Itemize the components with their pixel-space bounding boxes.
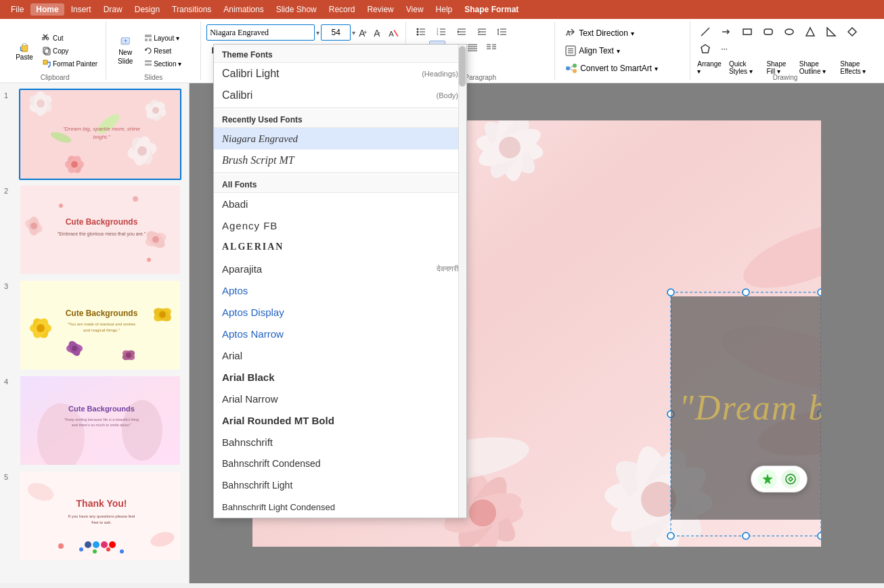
dropdown-scrollbar[interactable] bbox=[458, 45, 466, 518]
paste-button[interactable]: Paste bbox=[9, 32, 39, 70]
menu-record[interactable]: Record bbox=[324, 3, 361, 16]
menu-animations[interactable]: Animations bbox=[218, 3, 269, 16]
font-item-arial-rounded[interactable]: Arial Rounded MT Bold bbox=[214, 409, 466, 431]
font-item-arial-black[interactable]: Arial Black bbox=[214, 366, 466, 388]
convert-smartart-button[interactable]: Convert to SmartArt ▾ bbox=[560, 61, 663, 76]
new-slide-button[interactable]: New Slide bbox=[112, 32, 139, 70]
increase-font-button[interactable]: A+ bbox=[357, 26, 370, 39]
font-item-agency-fb[interactable]: Agency FB bbox=[214, 214, 466, 236]
shape-diamond[interactable] bbox=[843, 24, 862, 39]
decrease-font-button[interactable]: A- bbox=[372, 26, 385, 39]
columns-button[interactable] bbox=[482, 41, 501, 55]
font-item-brush-script[interactable]: Brush Script MT bbox=[214, 150, 466, 171]
svg-point-112 bbox=[152, 236, 159, 243]
copy-button[interactable]: Copy bbox=[39, 45, 100, 57]
slide-number-2: 2 bbox=[4, 184, 15, 195]
shape-arrow[interactable] bbox=[717, 24, 736, 39]
scrollbar-thumb[interactable] bbox=[459, 46, 466, 87]
slide-item-4[interactable]: 4 Cute Backgrounds bbox=[4, 375, 185, 466]
svg-line-74 bbox=[570, 66, 573, 68]
layout-button[interactable]: Layout ▾ bbox=[141, 32, 184, 44]
all-fonts-label: All Fonts bbox=[214, 175, 466, 193]
slide-thumb-4[interactable]: Cute Backgrounds "Keep smiling because l… bbox=[19, 375, 181, 466]
numbering-button[interactable]: 1.2.3. bbox=[432, 24, 451, 39]
font-name-caret[interactable]: ▾ bbox=[316, 29, 319, 37]
cut-button[interactable]: Cut bbox=[39, 32, 100, 44]
svg-rect-79 bbox=[764, 29, 772, 35]
layout-tool-button[interactable] bbox=[781, 470, 800, 489]
font-dropdown[interactable]: Theme Fonts Calibri Light (Headings) Cal… bbox=[213, 44, 467, 518]
slide-thumb-5[interactable]: Thank You! If you have any questions ple… bbox=[19, 470, 181, 562]
svg-point-147 bbox=[106, 547, 110, 551]
svg-point-176 bbox=[499, 137, 521, 158]
format-painter-button[interactable]: Format Painter bbox=[39, 58, 100, 70]
shape-rounded-rect[interactable] bbox=[759, 24, 778, 39]
font-size-input[interactable] bbox=[321, 24, 351, 41]
font-item-niagara[interactable]: Niagara Engraved bbox=[214, 128, 466, 150]
magic-tool-button[interactable] bbox=[758, 470, 777, 489]
slide-item-5[interactable]: 5 Thank You! If you have any questions p… bbox=[4, 470, 185, 562]
slide-thumb-3[interactable]: Cute Backgrounds "You are made of stardu… bbox=[19, 279, 181, 371]
svg-point-154 bbox=[101, 541, 108, 548]
line-spacing-button[interactable] bbox=[493, 24, 512, 39]
font-item-calibri[interactable]: Calibri (Body) bbox=[214, 85, 466, 106]
clear-formatting-button[interactable]: A bbox=[386, 26, 400, 39]
menu-design[interactable]: Design bbox=[129, 3, 165, 16]
shape-more[interactable]: ··· bbox=[717, 41, 732, 56]
svg-point-203 bbox=[818, 533, 821, 539]
slide-main-text: "Dream big, bbox=[679, 388, 821, 428]
shape-pentagon[interactable] bbox=[696, 41, 715, 56]
text-direction-button[interactable]: A Text Direction ▾ bbox=[560, 26, 639, 41]
svg-point-128 bbox=[72, 346, 77, 351]
svg-text:-: - bbox=[378, 29, 380, 36]
shape-rect[interactable] bbox=[738, 24, 757, 39]
svg-rect-14 bbox=[145, 60, 152, 62]
font-item-aptos-display[interactable]: Aptos Display bbox=[214, 301, 466, 323]
font-item-bahnschrift[interactable]: Bahnschrift bbox=[214, 431, 466, 453]
section-button[interactable]: Section ▾ bbox=[141, 58, 184, 70]
svg-rect-15 bbox=[145, 64, 152, 66]
font-item-bahnschrift-light-condensed[interactable]: Bahnschrift Light Condensed bbox=[214, 496, 466, 518]
slides-panel[interactable]: 1 bbox=[0, 83, 190, 583]
font-item-arial-narrow[interactable]: Arial Narrow bbox=[214, 388, 466, 409]
svg-text:Thank You!: Thank You! bbox=[76, 498, 127, 509]
font-item-bahnschrift-light[interactable]: Bahnschrift Light bbox=[214, 474, 466, 496]
shape-rtriangle[interactable] bbox=[822, 24, 841, 39]
svg-point-144 bbox=[58, 543, 64, 549]
font-item-aparajita[interactable]: Aparajita देवनागरी bbox=[214, 258, 466, 279]
menu-draw[interactable]: Draw bbox=[98, 3, 128, 16]
menu-view[interactable]: View bbox=[401, 3, 429, 16]
menu-review[interactable]: Review bbox=[361, 3, 399, 16]
bullets-button[interactable] bbox=[412, 24, 430, 39]
menu-home[interactable]: Home bbox=[30, 3, 64, 16]
slide-item-3[interactable]: 3 bbox=[4, 279, 185, 371]
shape-line[interactable] bbox=[696, 24, 715, 39]
menu-insert[interactable]: Insert bbox=[66, 3, 97, 16]
font-item-calibri-light[interactable]: Calibri Light (Headings) bbox=[214, 63, 466, 85]
font-item-abadi[interactable]: Abadi bbox=[214, 193, 466, 214]
font-item-aptos-narrow[interactable]: Aptos Narrow bbox=[214, 323, 466, 344]
font-item-aptos[interactable]: Aptos bbox=[214, 279, 466, 301]
font-name-input[interactable] bbox=[206, 24, 315, 41]
font-item-algerian[interactable]: ALGERIAN bbox=[214, 236, 466, 258]
align-text-button[interactable]: Align Text ▾ bbox=[560, 43, 625, 58]
slide-item-1[interactable]: 1 bbox=[4, 89, 185, 180]
menu-file[interactable]: File bbox=[5, 3, 29, 16]
slide-thumb-2[interactable]: Cute Backgrounds "Embrace the glorious m… bbox=[19, 184, 181, 275]
font-size-caret[interactable]: ▾ bbox=[352, 29, 355, 37]
svg-point-72 bbox=[573, 64, 577, 68]
svg-marker-82 bbox=[827, 28, 835, 36]
font-item-bahnschrift-condensed[interactable]: Bahnschrift Condensed bbox=[214, 453, 466, 474]
slide-item-2[interactable]: 2 Cute Backgrounds "E bbox=[4, 184, 185, 275]
shape-triangle[interactable] bbox=[801, 24, 820, 39]
menu-help[interactable]: Help bbox=[430, 3, 458, 16]
shape-oval[interactable] bbox=[780, 24, 799, 39]
menu-transitions[interactable]: Transitions bbox=[167, 3, 217, 16]
menu-slideshow[interactable]: Slide Show bbox=[271, 3, 322, 16]
menu-shape-format[interactable]: Shape Format bbox=[459, 3, 524, 16]
increase-indent-button[interactable] bbox=[472, 24, 491, 39]
reset-button[interactable]: Reset bbox=[141, 45, 184, 57]
font-item-arial[interactable]: Arial bbox=[214, 344, 466, 366]
decrease-indent-button[interactable] bbox=[452, 24, 471, 39]
slide-thumb-1[interactable]: "Dream big, sparkle more, shine bright." bbox=[19, 89, 181, 180]
